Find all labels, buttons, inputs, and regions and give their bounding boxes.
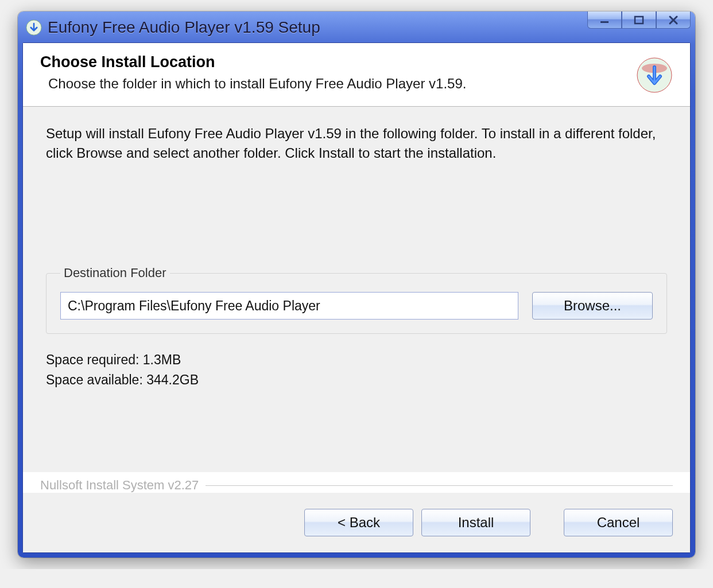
cancel-button[interactable]: Cancel bbox=[564, 509, 673, 536]
close-button[interactable] bbox=[656, 11, 691, 29]
svg-rect-2 bbox=[635, 17, 643, 24]
page-subtitle: Choose the folder in which to install Eu… bbox=[40, 76, 625, 92]
install-description: Setup will install Eufony Free Audio Pla… bbox=[46, 124, 667, 162]
install-button[interactable]: Install bbox=[421, 509, 530, 536]
nsis-brand: Nullsoft Install System v2.27 bbox=[40, 478, 206, 493]
window-controls bbox=[587, 11, 691, 29]
destination-folder-legend: Destination Folder bbox=[60, 266, 170, 281]
divider bbox=[206, 485, 673, 486]
titlebar[interactable]: Eufony Free Audio Player v1.59 Setup bbox=[22, 16, 691, 42]
footer-buttons: < Back Install Cancel bbox=[23, 493, 690, 552]
space-info: Space required: 1.3MB Space available: 3… bbox=[46, 350, 667, 390]
space-required: Space required: 1.3MB bbox=[46, 350, 667, 370]
page-header: Choose Install Location Choose the folde… bbox=[23, 43, 690, 107]
maximize-button[interactable] bbox=[622, 11, 656, 29]
page-body: Setup will install Eufony Free Audio Pla… bbox=[23, 107, 690, 472]
page-title: Choose Install Location bbox=[40, 53, 625, 71]
svg-rect-1 bbox=[600, 21, 609, 23]
destination-path-input[interactable] bbox=[60, 292, 518, 320]
back-button[interactable]: < Back bbox=[304, 509, 413, 536]
browse-button[interactable]: Browse... bbox=[532, 292, 653, 320]
footer-separator: Nullsoft Install System v2.27 bbox=[23, 478, 690, 493]
app-icon bbox=[26, 20, 42, 36]
installer-window: Eufony Free Audio Player v1.59 Setup Cho… bbox=[18, 11, 695, 558]
space-available: Space available: 344.2GB bbox=[46, 370, 667, 390]
installer-logo-icon bbox=[636, 57, 673, 94]
destination-folder-group: Destination Folder Browse... bbox=[46, 266, 667, 334]
client-area: Choose Install Location Choose the folde… bbox=[22, 42, 691, 553]
minimize-button[interactable] bbox=[587, 11, 622, 29]
